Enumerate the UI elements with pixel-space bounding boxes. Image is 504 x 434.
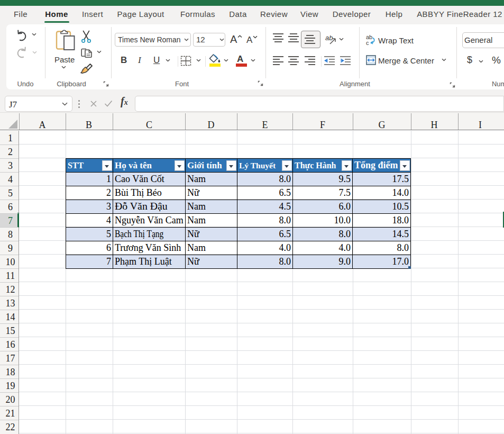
svg-text:c: c bbox=[366, 40, 369, 46]
